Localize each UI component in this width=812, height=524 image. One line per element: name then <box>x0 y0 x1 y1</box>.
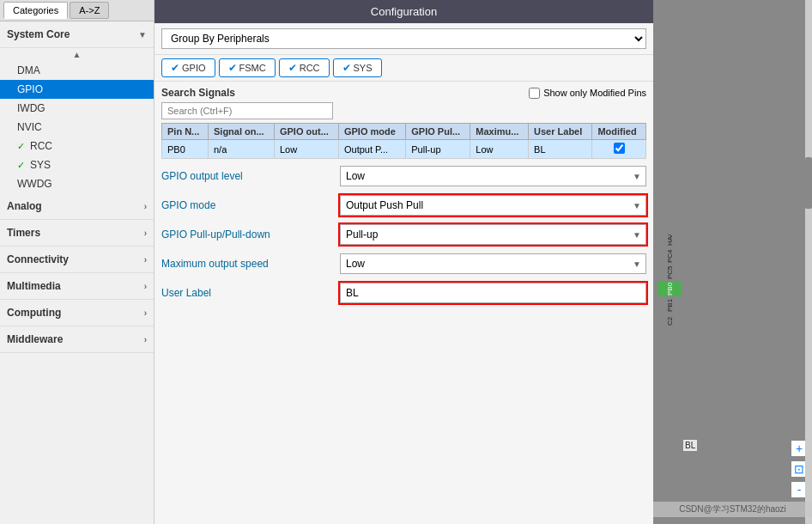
gpio-label: GPIO <box>17 83 43 95</box>
prop-row-gpio-mode: GPIO mode Output Push Pull Output Open D… <box>161 195 646 216</box>
signals-table: Pin N... Signal on... GPIO out... GPIO m… <box>161 123 646 159</box>
rcc-check-icon: ✓ <box>17 141 25 152</box>
sidebar-item-rcc[interactable]: ✓ RCC <box>0 137 154 155</box>
tab-rcc[interactable]: ✔ RCC <box>279 58 330 77</box>
multimedia-arrow: › <box>144 282 147 291</box>
section-analog-header[interactable]: Analog › <box>0 193 154 220</box>
computing-arrow: › <box>144 308 147 318</box>
connectivity-arrow: › <box>144 255 147 265</box>
gpio-tab-check-icon: ✔ <box>171 62 179 74</box>
gpio-mode-wrapper: Output Push Pull Output Open Drain ▼ <box>340 195 646 216</box>
analog-arrow: › <box>144 202 147 211</box>
sidebar: Categories A->Z System Core ▼ ▲ DMA GPIO… <box>0 0 155 524</box>
max-speed-select[interactable]: Low Medium High <box>340 253 646 274</box>
chip-view-panel: HA/ PC4 PC5 PB0 PB1 C2 BL + ⊡ - CSDN@学习S… <box>653 0 812 524</box>
pin-label-pc4: PC4 <box>657 248 682 264</box>
middleware-arrow: › <box>144 335 147 344</box>
max-speed-label: Maximum output speed <box>161 258 333 270</box>
section-timers-header[interactable]: Timers › <box>0 220 154 247</box>
cell-modified <box>592 140 646 159</box>
sidebar-item-wwdg[interactable]: WWDG <box>0 174 154 193</box>
section-connectivity-header[interactable]: Connectivity › <box>0 247 154 273</box>
sidebar-item-dma[interactable]: DMA <box>0 61 154 80</box>
pin-label-c2: C2 <box>657 314 682 329</box>
section-system-core: System Core ▼ ▲ DMA GPIO IWDG NVIC ✓ RCC… <box>0 21 154 193</box>
table-header-row: Pin N... Signal on... GPIO out... GPIO m… <box>162 124 646 140</box>
config-properties-area: GPIO output level Low High ▼ GPIO mode O… <box>155 159 653 524</box>
group-by-select[interactable]: Group By Peripherals Group By Pins <box>161 28 646 49</box>
gpio-output-level-select[interactable]: Low High <box>340 166 646 186</box>
tab-a-z[interactable]: A->Z <box>70 2 109 19</box>
gpio-pull-select[interactable]: No pull-up and no pull-down Pull-up Pull… <box>340 224 646 245</box>
col-modified[interactable]: Modified <box>592 124 646 140</box>
modified-checkbox[interactable] <box>614 143 625 154</box>
tab-categories[interactable]: Categories <box>3 2 68 19</box>
middleware-label: Middleware <box>7 333 63 345</box>
search-section: Search Signals Show only Modified Pins <box>155 82 653 102</box>
tab-fsmc[interactable]: ✔ FSMC <box>219 58 276 77</box>
search-signals-label: Search Signals <box>161 87 235 99</box>
gpio-mode-label: GPIO mode <box>161 199 333 211</box>
sidebar-item-nvic[interactable]: NVIC <box>0 118 154 137</box>
chip-scroll-thumb[interactable] <box>805 157 812 209</box>
search-input[interactable] <box>161 102 333 119</box>
sidebar-item-iwdg[interactable]: IWDG <box>0 99 154 118</box>
prop-row-max-speed: Maximum output speed Low Medium High ▼ <box>161 253 646 274</box>
peripheral-tabs: ✔ GPIO ✔ FSMC ✔ RCC ✔ SYS <box>155 55 653 82</box>
pin-labels-column: HA/ PC4 PC5 PB0 PB1 C2 <box>657 232 682 329</box>
col-user-label[interactable]: User Label <box>529 124 592 140</box>
sidebar-item-sys[interactable]: ✓ SYS <box>0 155 154 174</box>
rcc-label: RCC <box>30 140 52 152</box>
timers-arrow: › <box>144 228 147 238</box>
section-system-core-header[interactable]: System Core ▼ <box>0 21 154 48</box>
modified-pins-checkbox-row: Show only Modified Pins <box>529 88 646 99</box>
cell-max-speed: Low <box>470 140 529 159</box>
computing-label: Computing <box>7 307 61 319</box>
gpio-output-level-label: GPIO output level <box>161 170 333 182</box>
show-modified-label: Show only Modified Pins <box>543 88 646 98</box>
col-pin-name[interactable]: Pin N... <box>162 124 209 140</box>
config-title-bar: Configuration <box>155 0 653 23</box>
col-max-speed[interactable]: Maximu... <box>470 124 529 140</box>
wwdg-label: WWDG <box>17 178 52 190</box>
sidebar-tab-bar: Categories A->Z <box>0 0 154 21</box>
prop-row-gpio-pull: GPIO Pull-up/Pull-down No pull-up and no… <box>161 224 646 245</box>
tab-gpio[interactable]: ✔ GPIO <box>161 58 215 77</box>
signals-table-section: Pin N... Signal on... GPIO out... GPIO m… <box>155 123 653 159</box>
gpio-mode-select[interactable]: Output Push Pull Output Open Drain <box>340 195 646 216</box>
scroll-up-arrow: ▲ <box>0 48 154 61</box>
cell-signal: n/a <box>209 140 275 159</box>
section-multimedia-header[interactable]: Multimedia › <box>0 273 154 300</box>
connectivity-label: Connectivity <box>7 253 69 265</box>
main-content: Configuration Group By Peripherals Group… <box>155 0 653 524</box>
tab-sys[interactable]: ✔ SYS <box>333 58 382 77</box>
col-gpio-pull[interactable]: GPIO Pul... <box>406 124 470 140</box>
watermark: CSDN@学习STM32的haozi <box>653 502 812 517</box>
table-row[interactable]: PB0 n/a Low Output P... Pull-up Low BL <box>162 140 646 159</box>
col-signal-on[interactable]: Signal on... <box>209 124 275 140</box>
cell-user-label: BL <box>529 140 592 159</box>
group-by-row: Group By Peripherals Group By Pins <box>155 23 653 55</box>
chip-scroll-bar[interactable] <box>805 0 812 524</box>
col-gpio-mode[interactable]: GPIO mode <box>338 124 405 140</box>
pin-label-pb0[interactable]: PB0 <box>657 281 682 296</box>
nvic-label: NVIC <box>17 121 42 133</box>
prop-row-gpio-output-level: GPIO output level Low High ▼ <box>161 166 646 186</box>
user-label-input[interactable] <box>340 283 646 303</box>
pin-label-pc5: PC5 <box>657 265 682 280</box>
section-computing-header[interactable]: Computing › <box>0 300 154 326</box>
max-speed-wrapper: Low Medium High ▼ <box>340 253 646 274</box>
cell-gpio-pull: Pull-up <box>406 140 470 159</box>
section-middleware-header[interactable]: Middleware › <box>0 326 154 353</box>
gpio-output-level-wrapper: Low High ▼ <box>340 166 646 186</box>
sidebar-item-gpio[interactable]: GPIO <box>0 80 154 99</box>
col-gpio-out[interactable]: GPIO out... <box>274 124 338 140</box>
analog-label: Analog <box>7 200 42 212</box>
cell-gpio-out: Low <box>274 140 338 159</box>
show-modified-checkbox[interactable] <box>529 88 540 99</box>
pin-label-ha: HA/ <box>657 232 682 247</box>
multimedia-label: Multimedia <box>7 280 61 292</box>
sys-check-icon: ✓ <box>17 160 25 171</box>
cell-pin: PB0 <box>162 140 209 159</box>
sys-tab-label: SYS <box>354 63 373 73</box>
